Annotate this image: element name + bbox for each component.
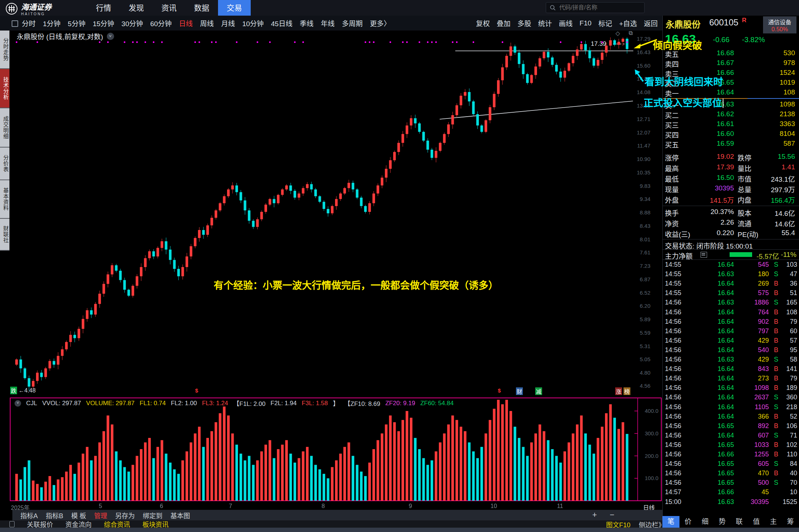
stock-search-box[interactable] xyxy=(546,2,645,13)
menu-交易[interactable]: 交易 xyxy=(218,0,251,16)
stat-row: 外盘141.5万内盘156.4万 xyxy=(665,195,796,205)
tick-row: 14:5616.64540B95 xyxy=(665,346,797,356)
tick-price: 16.64 xyxy=(705,309,734,316)
toolbar1-指标B[interactable]: 指标B xyxy=(46,511,63,520)
chevron-down-icon[interactable]: ˅ xyxy=(107,33,114,40)
collapse-icon[interactable]: ˅ xyxy=(15,400,21,407)
stat-value: 243.1亿 xyxy=(771,174,795,184)
tick-time: 14:56 xyxy=(665,413,681,420)
panel-tabs: 笔价细势联值主筹 xyxy=(662,516,799,528)
panel-tab-筹[interactable]: 筹 xyxy=(782,516,799,528)
svg-text:6.52: 6.52 xyxy=(640,290,650,296)
zoom-in-button[interactable]: + xyxy=(592,510,597,520)
sidebar-item-分时走势[interactable]: 分时走势 xyxy=(0,31,9,69)
panel-tab-主[interactable]: 主 xyxy=(765,516,782,528)
diamond-icon[interactable]: ◇ xyxy=(616,30,620,37)
tick-side: B xyxy=(772,451,780,458)
stat-label: 量比 xyxy=(738,163,751,173)
pane-icon[interactable]: ⧉ xyxy=(629,30,633,36)
svg-text:17.39: 17.39 xyxy=(591,40,606,47)
menu-发现[interactable]: 发现 xyxy=(120,0,153,16)
trading-status: 交易状态: 闭市阶段 15:00:01 xyxy=(665,241,753,250)
main-menu: 行情发现资讯数据交易 xyxy=(87,0,251,16)
panel-tab-联[interactable]: 联 xyxy=(731,516,748,528)
tick-volume: 605 xyxy=(738,460,769,468)
marker-涨: 涨 xyxy=(615,387,622,395)
sidebar-item-基本资料[interactable]: 基本资料 xyxy=(0,180,9,219)
toolbar1-绑定到[interactable]: 绑定到 xyxy=(143,511,162,520)
marker-减: 减 xyxy=(535,387,542,395)
panel-tab-势[interactable]: 势 xyxy=(714,516,731,528)
stat-row: 净资2.26流通14.6亿 xyxy=(665,218,796,229)
tick-volume: 607 xyxy=(738,432,769,439)
ob-vol: 108 xyxy=(783,88,795,96)
tick-price: 16.64 xyxy=(705,289,734,297)
stat-label: 净资 xyxy=(665,218,679,228)
tick-volume: 2637 xyxy=(738,394,769,401)
sidebar-item-成交明细[interactable]: 成交明细 xyxy=(0,108,9,148)
tick-time: 14:56 xyxy=(665,432,681,439)
menu-数据[interactable]: 数据 xyxy=(185,0,218,16)
tick-time: 14:56 xyxy=(665,422,681,430)
stat-value: 16.50 xyxy=(690,174,734,182)
sidebar-item-财联社[interactable]: 财联社 xyxy=(0,219,9,251)
marker-$: $ xyxy=(497,387,501,394)
svg-text:8.43: 8.43 xyxy=(640,223,650,229)
tick-volume: 545 xyxy=(738,261,769,269)
toolbar1-模 板[interactable]: 模 板 xyxy=(71,511,86,520)
indicator-readout: ˅ CJLVVOL: 297.87VOLUME: 297.87FL1: 0.74… xyxy=(15,399,453,408)
tick-time: 14:56 xyxy=(665,365,681,373)
stat-value: 55.4 xyxy=(782,229,795,237)
indicator-seg-8: F3L: 1.58 xyxy=(302,400,328,407)
tick-row: 14:5616.642637S360 xyxy=(665,394,797,403)
svg-text:5.89: 5.89 xyxy=(640,316,650,322)
tick-row: 14:5616.64366B52 xyxy=(665,413,797,422)
toolbar1-另存为[interactable]: 另存为 xyxy=(115,511,135,520)
stat-value: 0.220 xyxy=(690,229,734,237)
ob-vol: 530 xyxy=(783,49,795,57)
ob-vol: 1098 xyxy=(780,100,795,108)
svg-text:4.56: 4.56 xyxy=(640,383,650,389)
industry-badge[interactable]: 通信设备 0.50% xyxy=(763,16,796,33)
svg-text:10.35: 10.35 xyxy=(637,169,650,176)
toolbar1-基本图[interactable]: 基本图 xyxy=(170,511,190,520)
indicator-seg-7: F2L: 1.94 xyxy=(271,400,297,407)
tick-count: 52 xyxy=(780,413,797,420)
tick-count: 108 xyxy=(780,309,797,316)
tick-row: 14:5616.64764B108 xyxy=(665,309,797,318)
ob-label: 买二 xyxy=(665,110,679,120)
flow-pct: -11% xyxy=(781,251,796,259)
tick-row: 14:5516.64545S103 xyxy=(665,261,797,270)
panel-tab-值[interactable]: 值 xyxy=(748,516,765,528)
doc-icon xyxy=(9,521,15,527)
tick-time: 14:56 xyxy=(665,309,681,316)
menu-行情[interactable]: 行情 xyxy=(87,0,120,16)
panel-tab-价[interactable]: 价 xyxy=(679,516,697,528)
tick-side: S xyxy=(772,479,780,487)
chart-title: 永鼎股份 (日线,前复权,对数) xyxy=(17,31,103,41)
candlestick-chart[interactable]: 17.2916.4315.6014.8214.0813.3812.7112.07… xyxy=(9,22,662,397)
stat-value: 2.26 xyxy=(690,218,734,226)
search-input[interactable] xyxy=(558,4,633,11)
menu-资讯[interactable]: 资讯 xyxy=(153,0,185,16)
tick-price: 16.63 xyxy=(705,299,734,306)
tick-volume: 429 xyxy=(738,356,769,363)
zoom-out-button[interactable]: − xyxy=(610,510,614,520)
annotation-big-bear-candle: 看到大阴线回来时 xyxy=(645,74,723,88)
stat-row: 涨停19.02跌停15.56 xyxy=(665,153,796,163)
volume-pane[interactable]: 100.0200.0300.0400.0 xyxy=(9,397,662,503)
toolbar1-管理[interactable]: 管理 xyxy=(94,511,107,520)
panel-tab-笔[interactable]: 笔 xyxy=(662,516,679,528)
indicator-seg-2: VOLUME: 297.87 xyxy=(86,400,134,407)
svg-text:6.87: 6.87 xyxy=(640,276,650,282)
panel-tab-细[interactable]: 细 xyxy=(697,516,714,528)
tick-side: S xyxy=(772,261,780,269)
list-icon[interactable] xyxy=(701,252,707,258)
toolbar1-指标A[interactable]: 指标A xyxy=(20,511,38,520)
tick-price: 16.64 xyxy=(705,365,734,373)
sidebar-item-分价表[interactable]: 分价表 xyxy=(0,148,9,180)
stat-value: 14.6亿 xyxy=(775,208,795,218)
sidebar-item-技术分析[interactable]: 技术分析 xyxy=(0,69,9,108)
svg-text:8.88: 8.88 xyxy=(640,209,650,215)
tick-time: 14:56 xyxy=(665,460,681,468)
